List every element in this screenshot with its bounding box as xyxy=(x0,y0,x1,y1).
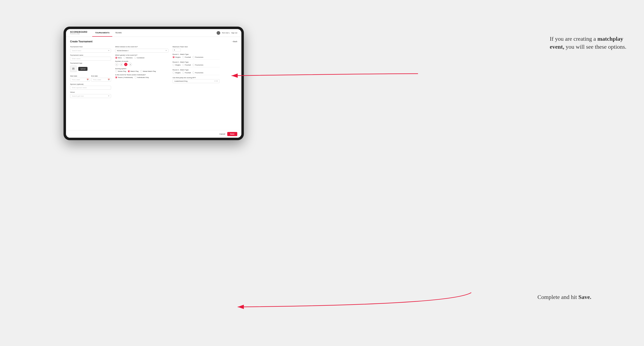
round1-fourball-label: Fourball xyxy=(185,56,191,58)
round3-fourball-label: Fourball xyxy=(185,72,191,74)
scoring-match[interactable]: Match Play xyxy=(128,70,139,72)
scoring-label: Scoring system xyxy=(115,68,168,70)
tab-tournaments[interactable]: TOURNAMENTS xyxy=(92,29,112,37)
sign-out-link[interactable]: Sign out xyxy=(231,32,237,34)
venue-input[interactable] xyxy=(70,94,111,98)
tournament-host-input[interactable] xyxy=(70,49,111,53)
individuals-radio[interactable] xyxy=(134,76,137,78)
annotation-bottom-bold: Save. xyxy=(578,294,591,300)
round2-foursomes[interactable]: Foursomes xyxy=(192,64,203,66)
end-date-label: End date xyxy=(91,75,98,77)
api-clear-button[interactable]: ✕ ▼ xyxy=(214,80,218,82)
sponsor-input[interactable] xyxy=(70,86,111,90)
round2-radio-group: Singles Fourball Foursomes xyxy=(172,64,220,66)
sponsor-group: Sponsor (optional) xyxy=(70,83,111,90)
round3-singles[interactable]: Singles xyxy=(172,72,180,74)
round1-singles-radio[interactable] xyxy=(172,56,174,58)
scoring-stroke-radio[interactable] xyxy=(115,70,117,72)
teams-option[interactable]: Teams (+Individuals) xyxy=(115,76,133,78)
api-select-box[interactable]: Leaderboard King ✕ ▼ xyxy=(172,79,220,83)
round2-fourball-radio[interactable] xyxy=(182,64,184,66)
round2-fourball[interactable]: Fourball xyxy=(182,64,191,66)
venue-wrapper xyxy=(70,94,111,98)
round1-foursomes-radio[interactable] xyxy=(192,56,194,58)
tournament-host-wrapper xyxy=(70,48,111,53)
round-2[interactable]: 2 xyxy=(120,63,123,66)
round3-fourball-radio[interactable] xyxy=(182,72,184,74)
division-select[interactable]: NCAA Division I xyxy=(115,49,168,53)
round-4[interactable]: 4 xyxy=(129,63,132,66)
gender-womens-radio[interactable] xyxy=(124,57,126,59)
right-section: Maximum Team Size Round 1 - Match Type S… xyxy=(172,46,220,98)
gender-label: Which gender is the event for? xyxy=(115,54,168,56)
start-date-group: Start date 📅 xyxy=(70,74,90,82)
user-text: Test User | xyxy=(222,32,230,34)
round2-foursomes-radio[interactable] xyxy=(192,64,194,66)
gender-combined-radio[interactable] xyxy=(134,57,136,59)
back-link[interactable]: Back xyxy=(232,40,237,42)
round3-foursomes-radio[interactable] xyxy=(192,72,194,74)
round1-label: Round 1 - Match Type xyxy=(172,53,220,55)
teams-group: Is this event for Teams and/or Individua… xyxy=(115,74,168,78)
date-group: Start date 📅 End date 📅 xyxy=(70,74,111,82)
calendar-icon-end: 📅 xyxy=(108,79,110,80)
tab-teams[interactable]: TEAMS xyxy=(112,29,124,37)
avatar xyxy=(216,31,220,35)
cancel-button[interactable]: Cancel xyxy=(220,133,225,135)
logo-placeholder xyxy=(70,65,77,72)
gender-womens[interactable]: Womens xyxy=(124,57,132,59)
round1-foursomes-label: Foursomes xyxy=(195,56,203,58)
api-group: Use third-party live scoring API? Leader… xyxy=(172,77,220,83)
scoring-medal-radio[interactable] xyxy=(140,70,142,72)
gender-mens-radio[interactable] xyxy=(115,57,117,59)
form-header: Create Tournament Back xyxy=(70,40,237,43)
round3-foursomes[interactable]: Foursomes xyxy=(192,72,203,74)
api-label: Use third-party live scoring API? xyxy=(172,77,220,79)
round-3[interactable]: 3 xyxy=(124,63,128,66)
left-section: Tournament Host Tournament name Tourname… xyxy=(70,46,111,98)
nav-tabs: TOURNAMENTS TEAMS xyxy=(92,29,124,37)
form-footer: Cancel Save xyxy=(66,130,241,138)
division-label: Which division is the event for? xyxy=(115,46,168,48)
tablet-frame: SCOREBOARD Powered by clippr TOURNAMENTS… xyxy=(64,27,244,140)
upload-button[interactable]: Upload xyxy=(78,67,88,71)
round3-fourball[interactable]: Fourball xyxy=(182,72,191,74)
max-team-size-input[interactable] xyxy=(172,48,181,52)
scoring-match-radio[interactable] xyxy=(128,70,130,72)
round1-singles[interactable]: Singles xyxy=(172,56,180,58)
round3-singles-radio[interactable] xyxy=(172,72,174,74)
gender-womens-label: Womens xyxy=(126,57,132,59)
venue-label: Venue xyxy=(70,91,111,93)
teams-label-text: Teams (+Individuals) xyxy=(118,77,133,78)
logo-text: SCOREBOARD xyxy=(70,31,87,33)
round1-fourball-radio[interactable] xyxy=(182,56,184,58)
annotation-matchplay: If you are creating a matchplay event, y… xyxy=(550,35,628,51)
individuals-option[interactable]: Individuals Only xyxy=(134,76,149,78)
round3-foursomes-label: Foursomes xyxy=(195,72,203,74)
round1-singles-label: Singles xyxy=(175,56,180,58)
round-1[interactable]: 1 xyxy=(115,63,118,66)
scoring-stroke[interactable]: Stroke Play xyxy=(115,70,126,72)
tournament-name-label: Tournament name xyxy=(70,54,111,56)
save-button[interactable]: Save xyxy=(227,132,237,136)
teams-radio[interactable] xyxy=(115,76,117,78)
start-date-field: 📅 xyxy=(70,77,90,82)
tournament-name-input[interactable] xyxy=(70,57,111,61)
round1-radio-group: Singles Fourball Foursomes xyxy=(172,56,220,58)
scoring-medal[interactable]: Medal Match Play xyxy=(140,70,156,72)
gender-combined-label: Combined xyxy=(137,57,144,59)
round2-singles-radio[interactable] xyxy=(172,64,174,66)
form-container: Create Tournament Back Tournament Host T… xyxy=(66,37,241,138)
tournament-name-group: Tournament name xyxy=(70,54,111,61)
scoring-match-label: Match Play xyxy=(130,70,139,72)
round2-singles[interactable]: Singles xyxy=(172,64,180,66)
rounds-label: Number of rounds xyxy=(115,60,168,62)
round3-radio-group: Singles Fourball Foursomes xyxy=(172,72,220,74)
tablet-screen: SCOREBOARD Powered by clippr TOURNAMENTS… xyxy=(66,29,241,138)
round1-foursomes[interactable]: Foursomes xyxy=(192,56,203,58)
gender-combined[interactable]: Combined xyxy=(134,57,144,59)
round1-fourball[interactable]: Fourball xyxy=(182,56,191,58)
gender-mens[interactable]: Mens xyxy=(115,57,122,59)
scoring-medal-label: Medal Match Play xyxy=(143,70,156,72)
round3-match-type-group: Round 3 - Match Type Singles Fourball xyxy=(172,69,220,75)
